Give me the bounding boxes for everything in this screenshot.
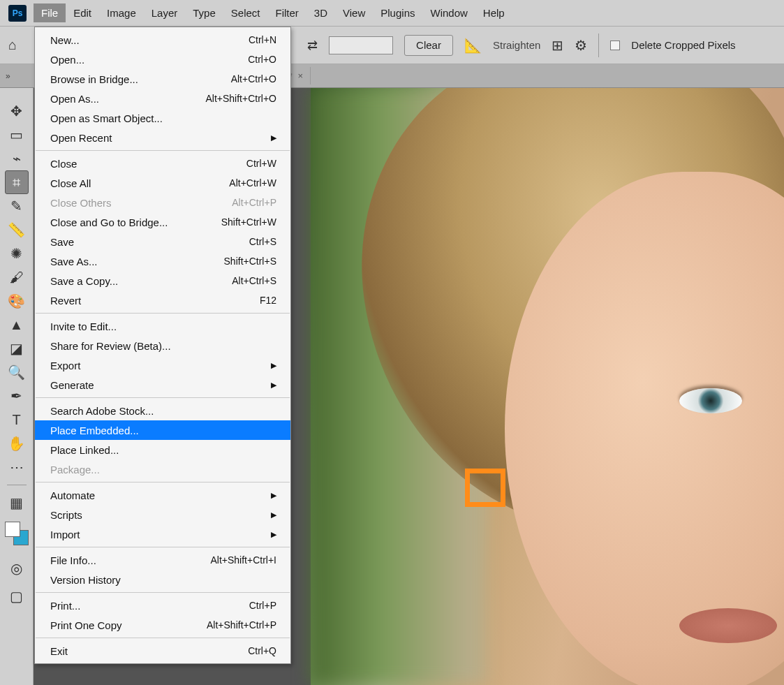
delete-cropped-checkbox[interactable] [610,40,620,50]
menu-item-exit[interactable]: ExitCtrl+Q [35,641,290,661]
menu-item-share-for-review-beta[interactable]: Share for Review (Beta)... [35,336,290,355]
menu-separator [36,638,290,638]
divider [598,34,599,57]
home-icon[interactable]: ⌂ [6,34,20,56]
menu-item-revert[interactable]: RevertF12 [35,290,290,310]
paintbucket-tool[interactable]: 🎨 [5,289,29,313]
menu-item-label: Exit [50,645,68,657]
menu-item-version-history[interactable]: Version History [35,570,290,589]
straighten-icon[interactable]: 📐 [464,37,482,54]
menu-item-save-as[interactable]: Save As...Shift+Ctrl+S [35,251,290,271]
clear-button[interactable]: Clear [404,35,453,56]
menu-item-print-one-copy[interactable]: Print One CopyAlt+Shift+Ctrl+P [35,615,290,635]
menu-3d[interactable]: 3D [306,3,335,22]
menu-item-label: Revert [50,295,81,307]
menu-item-label: Invite to Edit... [50,321,117,332]
menu-item-new[interactable]: New...Ctrl+N [35,30,290,50]
panel-expand-icon[interactable]: » [6,71,16,81]
brush-tool[interactable]: 🖌 [5,265,29,289]
edit-toolbar-icon[interactable]: ▦ [5,491,29,515]
eyedropper-tool[interactable]: ✎ [5,194,29,218]
menu-item-shortcut: Alt+Ctrl+W [229,177,276,189]
menu-file[interactable]: File [34,3,66,22]
hand-tool[interactable]: ✋ [5,432,29,455]
menu-item-shortcut: Ctrl+W [246,158,276,169]
menu-select[interactable]: Select [223,3,268,22]
menu-item-label: Open... [50,54,84,66]
menu-item-close-others: Close OthersAlt+Ctrl+P [35,193,290,212]
submenu-arrow-icon: ▶ [271,491,276,500]
menu-item-save[interactable]: SaveCtrl+S [35,232,290,251]
menu-item-open-as-smart-object[interactable]: Open as Smart Object... [35,108,290,128]
menu-item-print[interactable]: Print...Ctrl+P [35,596,290,615]
submenu-arrow-icon: ▶ [271,510,276,520]
color-swatches[interactable] [5,522,29,545]
submenu-arrow-icon: ▶ [271,530,276,539]
menu-item-shortcut: Alt+Ctrl+O [231,73,276,84]
menu-separator [36,592,290,593]
menu-item-file-info[interactable]: File Info...Alt+Shift+Ctrl+I [35,550,290,570]
menu-item-label: Print One Copy [50,619,122,631]
foreground-color-swatch[interactable] [5,522,20,537]
menu-item-scripts[interactable]: Scripts▶ [35,505,290,524]
pen-tool[interactable]: ✒ [5,384,29,408]
menu-item-search-adobe-stock[interactable]: Search Adobe Stock... [35,401,290,420]
file-menu-dropdown: New...Ctrl+NOpen...Ctrl+OBrowse in Bridg… [34,27,291,664]
menu-item-label: Save a Copy... [50,275,118,287]
lasso-tool[interactable]: ⌁ [5,147,29,170]
menu-window[interactable]: Window [422,3,475,22]
crop-tool[interactable]: ⌗ [5,170,29,194]
menu-view[interactable]: View [335,3,373,22]
menu-separator [36,547,290,547]
stamp-tool[interactable]: ▲ [5,313,29,337]
eraser-tool[interactable]: ◪ [5,337,29,360]
ruler-tool[interactable]: 📏 [5,218,29,242]
menu-item-close-all[interactable]: Close AllAlt+Ctrl+W [35,173,290,193]
marquee-tool[interactable]: ▭ [5,123,29,147]
menu-item-import[interactable]: Import▶ [35,524,290,544]
tools-panel: ✥▭⌁⌗✎📏✺🖌🎨▲◪🔍✒T✋⋯ ▦ ◎ ▢ [0,88,34,685]
app-logo: Ps [8,5,27,22]
menu-item-export[interactable]: Export▶ [35,355,290,375]
move-tool[interactable]: ✥ [5,99,29,123]
menu-item-label: Open As... [50,93,99,105]
menu-item-open-recent[interactable]: Open Recent▶ [35,128,290,147]
menu-item-label: Place Embedded... [50,425,139,436]
screenmode-icon[interactable]: ▢ [5,584,29,608]
menu-item-browse-in-bridge[interactable]: Browse in Bridge...Alt+Ctrl+O [35,69,290,89]
menu-filter[interactable]: Filter [268,3,306,22]
menu-plugins[interactable]: Plugins [373,3,422,22]
menu-item-place-linked[interactable]: Place Linked... [35,440,290,459]
text-tool[interactable]: T [5,408,29,432]
menu-item-open-as[interactable]: Open As...Alt+Shift+Ctrl+O [35,89,290,108]
menu-type[interactable]: Type [185,3,223,22]
healing-tool[interactable]: ✺ [5,242,29,265]
menu-item-invite-to-edit[interactable]: Invite to Edit... [35,316,290,336]
menu-help[interactable]: Help [475,3,512,22]
menu-item-automate[interactable]: Automate▶ [35,485,290,505]
crop-height-input[interactable] [329,36,393,54]
menu-item-label: Place Linked... [50,444,119,456]
zoom-tool[interactable]: 🔍 [5,360,29,384]
more-tool[interactable]: ⋯ [5,455,29,479]
overlay-grid-icon[interactable]: ⊞ [552,37,563,54]
swap-dimensions-icon[interactable]: ⇄ [307,38,318,53]
menu-item-save-a-copy[interactable]: Save a Copy...Alt+Ctrl+S [35,271,290,290]
menu-layer[interactable]: Layer [144,3,186,22]
menu-item-place-embedded[interactable]: Place Embedded... [35,420,290,440]
submenu-arrow-icon: ▶ [271,133,276,142]
menu-item-label: Open Recent [50,132,112,144]
menu-item-generate[interactable]: Generate▶ [35,375,290,395]
menu-item-open[interactable]: Open...Ctrl+O [35,50,290,69]
document-image [311,88,784,685]
crop-settings-icon[interactable]: ⚙ [575,37,587,54]
menu-item-label: Close [50,158,77,170]
close-tab-icon[interactable]: × [298,71,304,81]
quickmask-icon[interactable]: ◎ [5,557,29,580]
menu-edit[interactable]: Edit [66,3,99,22]
menu-item-shortcut: Alt+Ctrl+S [232,275,276,286]
annotation-highlight-box [465,469,505,507]
menu-image[interactable]: Image [99,3,144,22]
menu-item-close-and-go-to-bridge[interactable]: Close and Go to Bridge...Shift+Ctrl+W [35,212,290,232]
menu-item-close[interactable]: CloseCtrl+W [35,154,290,173]
